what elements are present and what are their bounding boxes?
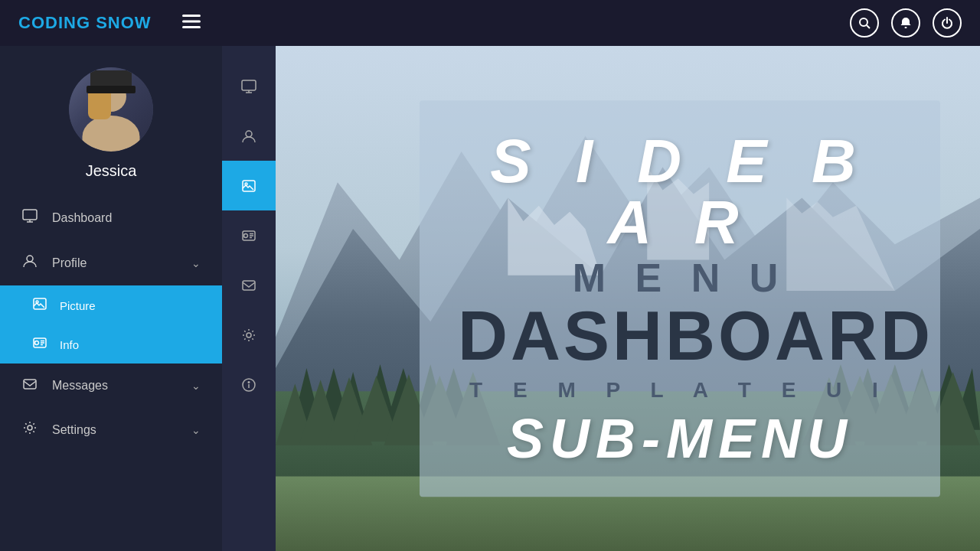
sidebar-item-settings[interactable]: Settings ⌄ <box>0 407 222 452</box>
brand-logo: CODING SNOW <box>18 13 152 33</box>
mini-item-picture[interactable] <box>222 161 276 210</box>
svg-point-35 <box>248 381 250 383</box>
svg-point-14 <box>35 341 39 345</box>
picture-label: Picture <box>60 299 96 312</box>
profile-label: Profile <box>52 256 191 270</box>
sidebar-item-profile[interactable]: Profile ⌄ <box>0 240 222 285</box>
overlay-title-dashboard: DASHBOARD <box>458 302 902 370</box>
topnav-right <box>850 8 962 37</box>
avatar-image <box>69 67 153 152</box>
sidebar-item-messages[interactable]: Messages ⌄ <box>0 364 222 407</box>
svg-rect-7 <box>23 210 37 220</box>
overlay-title-menu: M E N U <box>458 256 902 300</box>
svg-point-23 <box>246 131 252 137</box>
avatar-hair <box>88 89 111 119</box>
svg-rect-5 <box>905 27 907 28</box>
svg-rect-18 <box>24 380 36 389</box>
picture-icon <box>32 298 47 313</box>
overlay-title-template: T E M P L A T E U I <box>458 377 902 404</box>
notifications-button[interactable] <box>891 8 920 37</box>
info-card-icon <box>32 337 47 351</box>
svg-point-3 <box>860 18 867 26</box>
messages-arrow-icon: ⌄ <box>191 380 201 392</box>
mini-sidebar <box>222 46 276 551</box>
sidebar-subitem-picture[interactable]: Picture <box>0 285 222 325</box>
content-area: S I D E B A R M E N U DASHBOARD T E M P … <box>276 46 980 551</box>
brand-name-part2: SNOW <box>96 13 151 32</box>
settings-icon <box>21 421 38 439</box>
sidebar: Jessica Dashboard Profile ⌄ <box>0 46 222 551</box>
svg-rect-1 <box>182 21 201 23</box>
main-layout: Jessica Dashboard Profile ⌄ <box>0 46 980 551</box>
mail-icon <box>21 377 38 393</box>
user-icon <box>21 254 38 272</box>
settings-arrow-icon: ⌄ <box>191 424 201 436</box>
brand-name-part1: CODING <box>18 13 96 32</box>
mini-item-contact[interactable] <box>222 210 276 260</box>
svg-rect-20 <box>242 80 256 90</box>
settings-label: Settings <box>52 423 191 437</box>
sidebar-subitem-info[interactable]: Info <box>0 325 222 364</box>
menu-toggle-icon[interactable] <box>182 13 201 33</box>
svg-point-19 <box>28 425 32 430</box>
svg-line-4 <box>867 25 870 28</box>
svg-rect-31 <box>243 281 255 290</box>
info-label: Info <box>60 338 79 351</box>
username-label: Jessica <box>86 162 137 180</box>
overlay-title-sidebar: S I D E B A R <box>458 131 902 253</box>
svg-point-10 <box>27 256 33 262</box>
power-button[interactable] <box>933 8 962 37</box>
dashboard-label: Dashboard <box>52 211 201 225</box>
sidebar-item-dashboard[interactable]: Dashboard <box>0 195 222 240</box>
search-button[interactable] <box>850 8 879 37</box>
messages-label: Messages <box>52 379 191 393</box>
svg-rect-2 <box>182 26 201 28</box>
mini-item-user[interactable] <box>222 111 276 161</box>
mini-item-mail[interactable] <box>222 260 276 310</box>
avatar-hat-brim <box>87 86 136 93</box>
mini-item-info[interactable] <box>222 360 276 409</box>
sidebar-profile: Jessica <box>0 46 222 195</box>
overlay-title-submenu: SUB-MENU <box>458 411 902 466</box>
topnav: CODING SNOW <box>0 0 980 46</box>
overlay-card: S I D E B A R M E N U DASHBOARD T E M P … <box>420 100 940 497</box>
profile-arrow-icon: ⌄ <box>191 257 201 269</box>
svg-rect-0 <box>182 15 201 17</box>
topnav-left: CODING SNOW <box>18 13 201 33</box>
mini-item-settings[interactable] <box>222 310 276 360</box>
mini-item-monitor[interactable] <box>222 61 276 111</box>
avatar <box>69 67 153 152</box>
svg-point-27 <box>244 233 248 237</box>
svg-point-32 <box>247 333 251 337</box>
monitor-icon <box>21 209 38 227</box>
